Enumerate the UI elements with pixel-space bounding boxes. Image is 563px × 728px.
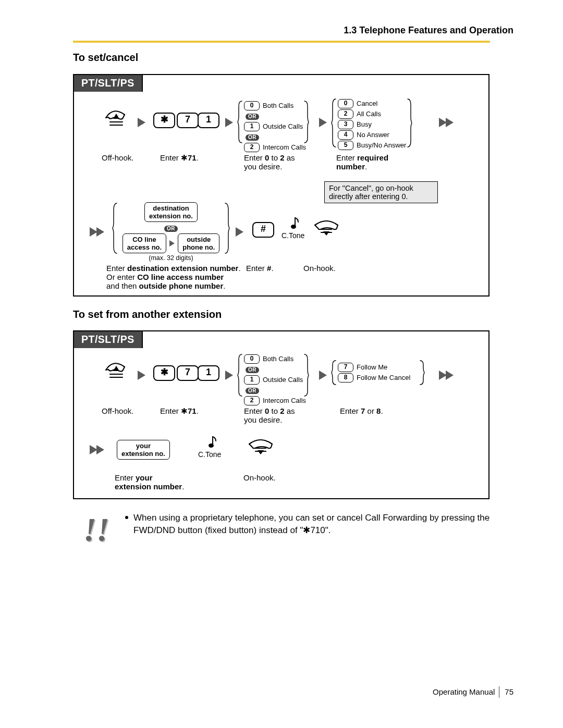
arrow-icon <box>138 371 145 382</box>
onhook-caption2: On-hook. <box>243 473 276 482</box>
section2-title: To set from another extension <box>73 309 222 320</box>
key-star: ✱ <box>153 365 175 381</box>
key-1: 1 <box>198 113 219 128</box>
header-rule <box>73 41 490 43</box>
enter71-caption: Enter ✱71. <box>160 153 199 163</box>
onhook-caption: On-hook. <box>303 264 336 273</box>
offhook-caption: Off-hook. <box>102 153 133 162</box>
your-ext-caption: Enter your extension number. <box>115 473 184 491</box>
double-arrow-icon <box>90 227 104 239</box>
calltype-caption2: Enter 0 to 2 as you desire. <box>244 406 295 424</box>
fwdtype-options: 0Cancel 2All Calls 3Busy 4No Answer 5Bus… <box>338 98 416 151</box>
key-7: 7 <box>177 113 199 128</box>
double-arrow-icon <box>439 371 454 382</box>
calltype-options: 0Both Calls OR 1Outside Calls OR 2Interc… <box>244 100 312 153</box>
ctone-label2: C.Tone <box>198 450 221 459</box>
follow-options: 7Follow Me 8Follow Me Cancel <box>338 362 426 383</box>
your-ext-box: yourextension no. <box>117 440 170 460</box>
calltype-options2: 0Both Calls OR 1Outside Calls OR 2Interc… <box>244 353 312 406</box>
arrow-icon <box>236 227 243 239</box>
offhook-caption2: Off-hook. <box>102 406 133 415</box>
fwdtype-caption: Enter required number. <box>336 153 388 171</box>
arrow-icon <box>319 371 327 382</box>
off-hook-icon <box>103 360 132 384</box>
dest-caption: Enter destination extension number. Or e… <box>106 264 242 290</box>
panel-from-another: PT/SLT/PS ✱ 7 1 0Both Calls OR 1Outside … <box>73 330 489 499</box>
double-arrow-icon <box>439 118 454 129</box>
off-hook-icon <box>103 107 132 131</box>
enter-hash-caption: Enter #. <box>246 264 274 273</box>
panel2-tab: PT/SLT/PS <box>73 330 143 348</box>
key-7: 7 <box>177 365 199 381</box>
arrow-icon <box>169 240 175 246</box>
key-hash: # <box>252 222 274 238</box>
calltype-caption: Enter 0 to 2 as you desire. <box>244 153 295 171</box>
arrow-icon <box>319 118 327 129</box>
on-hook-icon <box>246 437 277 458</box>
key-star: ✱ <box>153 113 175 128</box>
key-1: 1 <box>198 365 219 381</box>
ctone-label: C.Tone <box>282 231 304 240</box>
note-text: When using a proprietary telephone, you … <box>125 512 490 537</box>
section1-title: To set/cancel <box>73 52 138 64</box>
follow-caption: Enter 7 or 8. <box>340 406 383 415</box>
arrow-icon <box>225 118 233 129</box>
arrow-icon <box>138 118 145 129</box>
note-icon <box>205 435 218 450</box>
destination-group: destinationextension no. OR CO lineacces… <box>119 202 223 262</box>
bang-icon: !! <box>83 515 109 545</box>
arrow-icon <box>225 371 233 382</box>
panel1-tab: PT/SLT/PS <box>73 74 143 92</box>
on-hook-icon <box>312 218 343 239</box>
enter71-caption2: Enter ✱71. <box>160 406 199 416</box>
svg-point-0 <box>291 225 296 229</box>
panel-set-cancel: PT/SLT/PS ✱ 7 1 0Both Calls OR 1Outside … <box>73 74 489 297</box>
svg-point-1 <box>209 443 214 448</box>
bullet-icon <box>125 516 128 519</box>
cancel-note: For "Cancel", go on-hook directly after … <box>324 181 438 203</box>
page-footer: Operating Manual75 <box>433 686 513 698</box>
note-icon <box>288 216 300 231</box>
page-header: 1.3 Telephone Features and Operation <box>344 25 513 36</box>
double-arrow-icon <box>90 445 104 456</box>
